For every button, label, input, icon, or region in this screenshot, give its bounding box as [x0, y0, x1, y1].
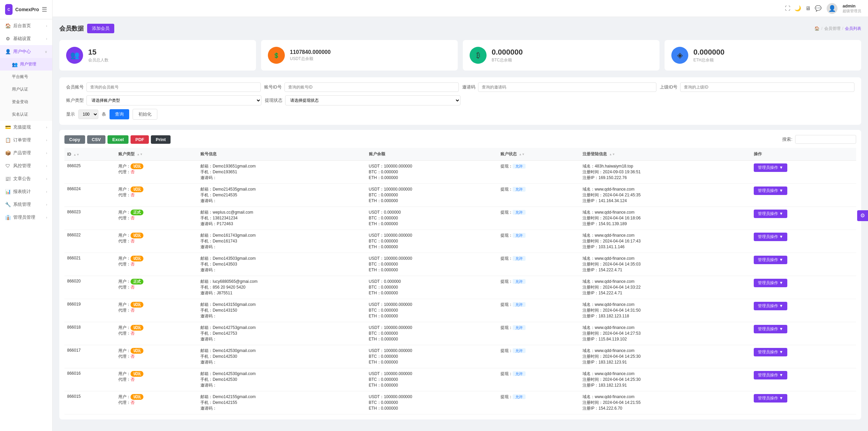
chevron-icon: ›: [46, 203, 47, 207]
cell-balance-4: USDT：100000.000000 BTC：0.000000 ETH：0.00…: [366, 253, 498, 276]
sort-arrows-status[interactable]: ▲▼: [519, 153, 525, 156]
op-button-5[interactable]: 管理员操作 ▼: [754, 279, 787, 287]
cell-op-6: 管理员操作 ▼: [751, 299, 856, 322]
menu-toggle-icon[interactable]: ☰: [42, 6, 47, 13]
sidebar-label-article: 文章公告: [13, 176, 31, 182]
cell-balance-0: USDT：100000.000000 BTC：0.000000 ETH：0.00…: [366, 161, 498, 184]
sidebar-item-user-center[interactable]: 👤 用户中心 ∨: [0, 45, 52, 58]
sidebar-item-system-mgmt[interactable]: 🔧 系统管理 ›: [0, 198, 52, 211]
account-type-select[interactable]: 请选择账户类型 正式 试玩: [86, 95, 261, 105]
op-button-1[interactable]: 管理员操作 ▼: [754, 187, 787, 195]
show-count-select[interactable]: 10 25 50 100: [78, 110, 98, 119]
sort-arrows-id[interactable]: ▲▼: [73, 153, 79, 157]
admin-info: admin 超级管理员: [843, 3, 861, 14]
cell-status-1: 提现：允许: [498, 184, 580, 207]
sidebar-item-report-stats[interactable]: 📊 报表统计 ›: [0, 185, 52, 198]
op-button-2[interactable]: 管理员操作 ▼: [754, 210, 787, 218]
chat-icon[interactable]: 💬: [815, 5, 822, 12]
breadcrumb-sep2: /: [842, 26, 843, 31]
filter-account-id-label: 账号ID号: [264, 84, 282, 90]
fullscreen-icon[interactable]: ⛶: [785, 5, 790, 12]
sidebar-label-report: 报表统计: [13, 189, 31, 195]
cell-balance-2: USDT：0.000000 BTC：0.000000 ETH：0.000000: [366, 207, 498, 230]
col-op: 操作: [751, 148, 856, 161]
col-balance: 账户余额: [366, 148, 498, 161]
content: 会员数据 添加会员 🏠 / 会员管理 / 会员列表 👥 15 会员总人数 �: [53, 17, 868, 431]
stats-row: 👥 15 会员总人数 💲 1107840.000000 USDT总余额 ₿ 0.…: [59, 40, 861, 71]
cell-account-3: 邮箱：Demo161743gmail.com 手机：Demo161743 邀请码…: [198, 230, 366, 253]
stat-value-usdt: 1107840.000000: [290, 49, 331, 55]
sidebar-item-order-mgmt[interactable]: 📋 订单管理 ›: [0, 134, 52, 146]
superior-id-input[interactable]: [680, 82, 854, 92]
cell-balance-1: USDT：100000.000000 BTC：0.000000 ETH：0.00…: [366, 184, 498, 207]
op-button-4[interactable]: 管理员操作 ▼: [754, 256, 787, 264]
withdraw-status-tag-8: 允许: [513, 348, 526, 353]
sidebar-label-dashboard: 后台首页: [13, 23, 31, 29]
stat-value-members: 15: [88, 48, 108, 57]
sidebar-item-dashboard[interactable]: 🏠 后台首页 ›: [0, 19, 52, 32]
sidebar-item-real-name[interactable]: 实名认证: [0, 108, 52, 121]
user-type-tag-6: 试玩: [131, 302, 143, 308]
filter-superior-id-label: 上级ID号: [660, 84, 677, 90]
op-button-7[interactable]: 管理员操作 ▼: [754, 325, 787, 333]
gear-float-button[interactable]: ⚙: [857, 210, 868, 221]
sidebar-label-user-auth: 用户认证: [12, 86, 28, 92]
sidebar-item-admin-mgmt[interactable]: 👔 管理员管理 ›: [0, 211, 52, 224]
sidebar-item-product-mgmt[interactable]: 📦 产品管理 ›: [0, 146, 52, 159]
search-label: 搜索:: [782, 136, 792, 142]
account-id-input[interactable]: [284, 82, 459, 92]
op-button-8[interactable]: 管理员操作 ▼: [754, 348, 787, 356]
table-row: 866019 用户：试玩 代理：否 邮箱：Demo143150gmail.com…: [64, 299, 856, 322]
member-account-input[interactable]: [86, 82, 261, 92]
sidebar-item-fund-changes[interactable]: 资金变动: [0, 96, 52, 108]
chevron-icon: ›: [46, 190, 47, 194]
sidebar-item-platform-account[interactable]: 平台账号: [0, 71, 52, 83]
stat-info-usdt: 1107840.000000 USDT总余额: [290, 49, 331, 62]
pdf-button[interactable]: PDF: [131, 135, 149, 144]
op-button-9[interactable]: 管理员操作 ▼: [754, 371, 787, 379]
cell-balance-6: USDT：100000.000000 BTC：0.000000 ETH：0.00…: [366, 299, 498, 322]
op-button-3[interactable]: 管理员操作 ▼: [754, 233, 787, 241]
cell-op-4: 管理员操作 ▼: [751, 253, 856, 276]
cell-id-6: 866019: [64, 299, 116, 322]
op-button-10[interactable]: 管理员操作 ▼: [754, 394, 787, 403]
sidebar-item-user-auth[interactable]: 用户认证: [0, 83, 52, 96]
col-reg: 注册登陆信息 ▲▼: [580, 148, 751, 161]
sidebar-item-recharge[interactable]: 💳 充值提现 ›: [0, 121, 52, 134]
monitor-icon[interactable]: 🖥: [805, 5, 811, 12]
sidebar-item-user-management[interactable]: 👥 用户管理: [0, 58, 52, 71]
copy-button[interactable]: Copy: [64, 135, 85, 144]
sidebar-label-real-name: 实名认证: [12, 112, 28, 117]
cell-op-8: 管理员操作 ▼: [751, 345, 856, 368]
sidebar-label-recharge: 充值提现: [13, 124, 31, 130]
stat-label-usdt: USDT总余额: [290, 56, 331, 62]
theme-icon[interactable]: 🌙: [794, 5, 801, 12]
cell-reg-6: 域名：www.qdd-finance.com 注册时间：2024-04-04 1…: [580, 299, 751, 322]
reset-button[interactable]: 初始化: [133, 109, 157, 120]
cell-id-9: 866016: [64, 368, 116, 391]
sidebar-item-article-notice[interactable]: 📰 文章公告 ›: [0, 172, 52, 185]
withdraw-status-select[interactable]: 请选择提现状态 允许 禁止: [285, 95, 460, 105]
cell-status-10: 提现：允许: [498, 391, 580, 414]
sidebar-item-risk-mgmt[interactable]: 🛡 风控管理 ›: [0, 159, 52, 172]
cell-op-9: 管理员操作 ▼: [751, 368, 856, 391]
sort-arrows-reg[interactable]: ▲▼: [609, 153, 615, 156]
sort-arrows-type[interactable]: ▲▼: [137, 153, 143, 156]
main-area: ⛶ 🌙 🖥 💬 👤 admin 超级管理员 会员数据 添加会员 🏠 / 会员管理…: [53, 0, 868, 431]
table-search-input[interactable]: [795, 135, 856, 144]
chevron-icon: ›: [46, 125, 47, 129]
print-button[interactable]: Print: [151, 135, 171, 144]
chevron-icon: ›: [46, 164, 47, 168]
sidebar-item-basic-settings[interactable]: ⚙ 基础设置 ›: [0, 32, 52, 45]
op-button-0[interactable]: 管理员操作 ▼: [754, 163, 787, 172]
excel-button[interactable]: Excel: [107, 135, 129, 144]
add-member-button[interactable]: 添加会员: [87, 24, 114, 33]
invite-code-input[interactable]: [478, 82, 657, 92]
search-button[interactable]: 查询: [110, 109, 129, 119]
op-button-6[interactable]: 管理员操作 ▼: [754, 302, 787, 310]
cell-id-10: 866015: [64, 391, 116, 414]
col-account: 账号信息: [198, 148, 366, 161]
cell-reg-10: 域名：www.qdd-finance.com 注册时间：2024-04-04 1…: [580, 391, 751, 414]
table-row: 866015 用户：试玩 代理：否 邮箱：Demo142155gmail.com…: [64, 391, 856, 414]
csv-button[interactable]: CSV: [87, 135, 106, 144]
